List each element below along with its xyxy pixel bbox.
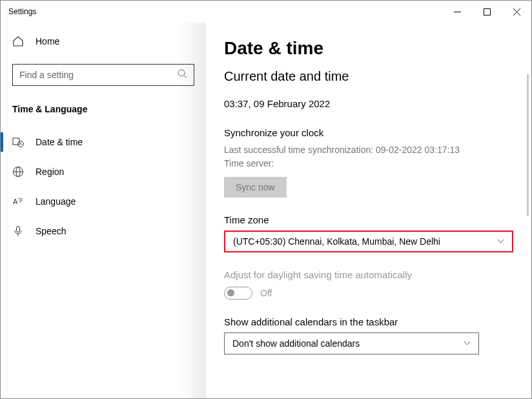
sidebar-item-label: Region — [36, 167, 64, 177]
sync-heading: Synchronize your clock — [224, 127, 513, 138]
svg-line-5 — [184, 76, 187, 78]
svg-text:A: A — [13, 198, 18, 205]
close-button[interactable] — [502, 1, 531, 23]
scrollbar[interactable] — [527, 74, 529, 216]
minimize-button[interactable] — [442, 1, 472, 23]
window-title: Settings — [8, 7, 36, 16]
chevron-down-icon — [464, 338, 471, 349]
datetime-icon — [12, 136, 24, 148]
current-datetime: 03:37, 09 February 2022 — [224, 98, 513, 109]
sidebar-item-label: Speech — [36, 226, 66, 236]
svg-rect-6 — [13, 138, 19, 145]
svg-point-4 — [178, 70, 185, 76]
svg-rect-15 — [17, 227, 20, 232]
search-field[interactable] — [19, 70, 178, 80]
svg-line-9 — [21, 144, 22, 145]
dst-toggle-state: Off — [260, 288, 272, 298]
search-icon — [178, 69, 187, 81]
sidebar-item-speech[interactable]: Speech — [12, 216, 194, 246]
sidebar-item-language[interactable]: A字 Language — [12, 187, 194, 216]
page-title: Date & time — [224, 38, 513, 59]
home-icon — [12, 36, 24, 47]
timezone-select[interactable]: (UTC+05:30) Chennai, Kolkata, Mumbai, Ne… — [224, 230, 513, 252]
home-link[interactable]: Home — [12, 32, 194, 51]
home-label: Home — [36, 36, 59, 46]
dst-toggle — [224, 287, 252, 300]
sync-last-text: Last successful time synchronization: 09… — [224, 143, 513, 157]
sidebar-item-region[interactable]: Region — [12, 157, 194, 187]
search-input[interactable] — [12, 64, 194, 86]
timezone-label: Time zone — [224, 214, 513, 225]
sidebar-item-label: Date & time — [36, 137, 83, 147]
dst-label: Adjust for daylight saving time automati… — [224, 269, 513, 280]
timezone-value: (UTC+05:30) Chennai, Kolkata, Mumbai, Ne… — [233, 236, 440, 247]
additional-calendars-value: Don't show additional calendars — [232, 338, 360, 349]
globe-icon — [12, 166, 24, 178]
svg-rect-1 — [484, 8, 490, 15]
category-heading: Time & Language — [12, 104, 194, 114]
subtitle: Current date and time — [224, 69, 513, 84]
sync-server-text: Time server: — [224, 157, 513, 170]
svg-text:字: 字 — [18, 198, 23, 203]
sync-now-button[interactable]: Sync now — [224, 177, 287, 198]
additional-calendars-label: Show additional calendars in the taskbar — [224, 316, 513, 327]
additional-calendars-select[interactable]: Don't show additional calendars — [224, 332, 479, 354]
chevron-down-icon — [497, 236, 504, 247]
language-icon: A字 — [12, 196, 24, 207]
sidebar-item-datetime[interactable]: Date & time — [12, 127, 194, 157]
microphone-icon — [12, 225, 24, 237]
maximize-button[interactable] — [472, 1, 502, 23]
sidebar-item-label: Language — [36, 196, 76, 207]
